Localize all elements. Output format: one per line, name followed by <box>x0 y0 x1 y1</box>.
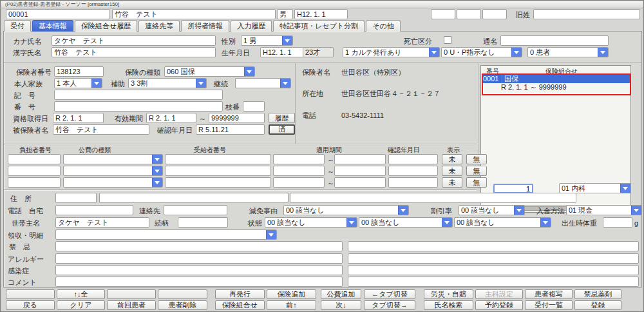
add-kohi-button[interactable]: 公費追加 <box>321 289 361 299</box>
kohi-from-input-1[interactable] <box>273 154 325 164</box>
chevron-down-icon[interactable] <box>398 206 408 215</box>
kohi-unconfirmed-button-1[interactable]: 未 <box>442 154 462 164</box>
patient-type-select[interactable]: 0 患者 <box>527 47 609 57</box>
tab-others[interactable]: その他 <box>366 20 401 32</box>
postal-code-input[interactable] <box>55 193 97 203</box>
address-input-2[interactable] <box>290 193 576 203</box>
main-dept-setting-button[interactable]: 主科設定 <box>475 289 523 299</box>
insured-name-input[interactable] <box>53 124 149 135</box>
allergy-input-1[interactable] <box>55 253 343 264</box>
self-family-select[interactable]: 1 本人 <box>54 78 102 88</box>
birthdate-input[interactable] <box>260 47 304 57</box>
register-button[interactable]: 登録 <box>574 300 621 310</box>
kohi-recipient-input-1[interactable] <box>165 154 271 164</box>
reception-list-button[interactable]: 受付一覧 <box>525 300 573 310</box>
kohi-recipient-input-3[interactable] <box>165 177 271 188</box>
select-all-button[interactable]: ↑↓全 <box>57 289 105 299</box>
contraindication-input-1[interactable] <box>55 241 343 251</box>
chevron-down-icon[interactable] <box>152 178 162 187</box>
kohi-unconfirmed-button-2[interactable]: 未 <box>442 166 462 176</box>
valid-to-input[interactable] <box>209 113 265 123</box>
kohi-to-input-2[interactable] <box>334 166 386 176</box>
kohi-to-input-1[interactable] <box>334 154 386 164</box>
kohi-to-input-3[interactable] <box>334 177 386 188</box>
chevron-down-icon[interactable] <box>266 230 276 239</box>
rosai-jibai-button[interactable]: 労災・自賠 <box>424 289 473 299</box>
add-insurance-button[interactable]: 保険追加 <box>267 289 316 299</box>
next-item-button[interactable]: 次↓ <box>321 300 361 310</box>
tab-switch-left-button[interactable]: ←タブ切替 <box>364 289 415 299</box>
tab-switch-right-button[interactable]: タブ切替→ <box>364 300 415 310</box>
kohi-from-input-2[interactable] <box>273 166 325 176</box>
chevron-down-icon[interactable] <box>540 218 551 227</box>
number-input[interactable] <box>54 101 223 112</box>
kohi-from-input-3[interactable] <box>273 177 325 188</box>
history-button[interactable]: 履歴 <box>269 113 295 123</box>
combination-count-input[interactable] <box>493 184 533 193</box>
reissue-button[interactable]: 再発行 <box>215 289 265 299</box>
kohi-confirm-input-2[interactable] <box>388 166 438 176</box>
footer-empty-button-2[interactable] <box>107 289 156 299</box>
chevron-down-icon[interactable] <box>196 79 206 88</box>
reservation-button[interactable]: 予約登録 <box>475 300 523 310</box>
insurance-type-select[interactable]: 060 国保 <box>164 66 255 77</box>
chevron-down-icon[interactable] <box>631 206 641 215</box>
insurer-number-input[interactable] <box>54 66 104 77</box>
patient-id-input[interactable] <box>6 9 110 19</box>
chevron-down-icon[interactable] <box>598 48 608 57</box>
contraindicated-drug-button[interactable]: 禁忌薬剤 <box>574 289 621 299</box>
old-name-input[interactable] <box>533 9 640 19</box>
householder-input[interactable] <box>55 217 149 228</box>
branch-number-input[interactable] <box>243 101 265 112</box>
delete-patient-button[interactable]: 患者削除 <box>158 300 207 310</box>
kohi-type-select-1[interactable] <box>63 154 163 164</box>
tab-special-notes[interactable]: 特記事項・レセプト分割 <box>273 20 365 32</box>
karte-issue-select[interactable]: 1 カルテ発行あり <box>343 47 440 57</box>
relationship-input[interactable] <box>178 217 228 228</box>
clear-button[interactable]: クリア <box>57 300 105 310</box>
address-input-1[interactable] <box>99 193 289 203</box>
exemption-select[interactable]: 00 該当なし <box>283 205 409 215</box>
infection-input-2[interactable] <box>348 265 639 275</box>
chevron-down-icon[interactable] <box>514 206 524 215</box>
payment-method-select[interactable]: 01 現金 <box>566 205 642 215</box>
discount-select[interactable]: 00 該当なし <box>459 205 525 215</box>
chevron-down-icon[interactable] <box>346 218 357 227</box>
kohi-display-button-2[interactable]: 無 <box>466 166 487 176</box>
chevron-down-icon[interactable] <box>442 218 452 227</box>
comment-input-1[interactable] <box>55 277 343 287</box>
state-select-1[interactable]: 00 該当なし <box>265 217 357 228</box>
department-select[interactable]: 01 内科 <box>559 183 631 193</box>
tab-input-history[interactable]: 入力履歴 <box>231 20 272 32</box>
symbol-input[interactable] <box>54 90 223 100</box>
footer-empty-button-1[interactable] <box>6 289 55 299</box>
chevron-down-icon[interactable] <box>91 79 102 88</box>
kanji-name-input[interactable] <box>52 47 216 57</box>
chevron-down-icon[interactable] <box>429 48 439 57</box>
kohi-type-select-3[interactable] <box>63 177 163 188</box>
confirm-date-input[interactable] <box>196 124 265 135</box>
footer-empty-button-3[interactable] <box>158 289 207 299</box>
window-titlebar[interactable]: (P02)患者登録-患者登録 - ソーソー [ormaster150] <box>1 1 643 8</box>
kohi-payer-input-3[interactable] <box>8 177 61 188</box>
continuation-select[interactable] <box>235 78 291 88</box>
alias-input[interactable] <box>500 35 609 46</box>
chevron-down-icon[interactable] <box>244 67 254 76</box>
allergy-input-2[interactable] <box>348 253 639 264</box>
kohi-payer-input-1[interactable] <box>8 154 61 164</box>
patient-copy-button[interactable]: 患者複写 <box>525 289 573 299</box>
kohi-confirm-input-3[interactable] <box>388 177 438 188</box>
kohi-recipient-input-2[interactable] <box>165 166 271 176</box>
chevron-down-icon[interactable] <box>511 48 522 57</box>
confirmed-button[interactable]: 済 <box>269 124 295 135</box>
previous-patient-button[interactable]: 前回患者 <box>107 300 156 310</box>
state-select-3[interactable]: 00 該当なし <box>454 217 551 228</box>
kohi-confirm-input-1[interactable] <box>388 154 438 164</box>
kohi-payer-input-2[interactable] <box>8 166 61 176</box>
chevron-down-icon[interactable] <box>280 79 290 88</box>
chevron-down-icon[interactable] <box>282 36 292 45</box>
tab-contacts[interactable]: 連絡先等 <box>138 20 180 32</box>
chevron-down-icon[interactable] <box>152 166 162 175</box>
tab-income-info[interactable]: 所得者情報 <box>181 20 229 32</box>
death-flag-checkbox[interactable] <box>444 36 451 44</box>
